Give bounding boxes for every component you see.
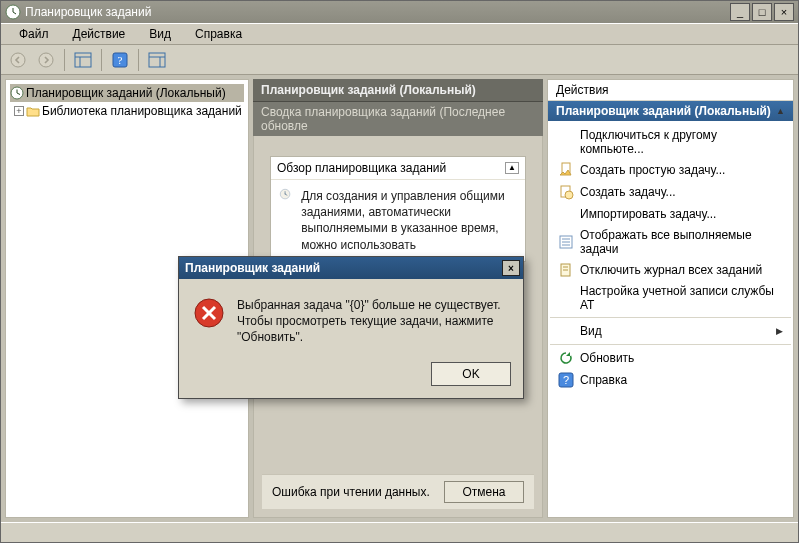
window-title: Планировщик заданий <box>25 5 728 19</box>
wizard-icon <box>558 162 574 178</box>
action-disable-log[interactable]: Отключить журнал всех заданий <box>550 259 791 281</box>
log-icon <box>558 262 574 278</box>
dialog-ok-button[interactable]: OK <box>431 362 511 386</box>
expand-icon[interactable]: + <box>14 106 24 116</box>
action-connect[interactable]: Подключиться к другому компьюте... <box>550 125 791 159</box>
action-help[interactable]: ? Справка <box>550 369 791 391</box>
menu-action[interactable]: Действие <box>61 25 138 43</box>
action-at-account[interactable]: Настройка учетной записи службы AT <box>550 281 791 315</box>
actions-pane: Действия Планировщик заданий (Локальный)… <box>547 79 794 518</box>
toolbar: ? <box>1 45 798 75</box>
app-clock-icon <box>5 4 21 20</box>
summary-title: Обзор планировщика заданий <box>277 161 446 175</box>
menu-file[interactable]: Файл <box>7 25 61 43</box>
view-icon <box>558 323 574 339</box>
titlebar[interactable]: Планировщик заданий _ □ × <box>1 1 798 23</box>
computer-icon <box>558 134 574 150</box>
import-icon <box>558 206 574 222</box>
error-icon <box>193 297 225 329</box>
tree-library[interactable]: + Библиотека планировщика заданий <box>10 102 244 120</box>
minimize-button[interactable]: _ <box>730 3 750 21</box>
action-refresh[interactable]: Обновить <box>550 347 791 369</box>
actions-panel-label: Действия <box>548 80 793 101</box>
close-button[interactable]: × <box>774 3 794 21</box>
summary-text: Для создания и управления общими задания… <box>301 188 517 253</box>
action-import[interactable]: Импортировать задачу... <box>550 203 791 225</box>
center-header: Планировщик заданий (Локальный) <box>253 79 543 101</box>
help-icon: ? <box>558 372 574 388</box>
chevron-up-icon[interactable]: ▲ <box>776 106 785 116</box>
collapse-button[interactable]: ▲ <box>505 162 519 174</box>
svg-rect-10 <box>149 53 165 67</box>
svg-point-22 <box>565 191 573 199</box>
menu-view[interactable]: Вид <box>137 25 183 43</box>
toolbar-layout-icon[interactable] <box>144 48 170 72</box>
back-button[interactable] <box>5 48 31 72</box>
task-icon <box>558 184 574 200</box>
menu-help[interactable]: Справка <box>183 25 254 43</box>
account-icon <box>558 290 574 306</box>
center-subheader: Сводка планировщика заданий (Последнее о… <box>253 101 543 136</box>
refresh-icon <box>558 350 574 366</box>
svg-point-4 <box>39 53 53 67</box>
svg-text:?: ? <box>563 374 569 386</box>
list-icon <box>558 234 574 250</box>
tree-root-label: Планировщик заданий (Локальный) <box>26 86 226 100</box>
folder-icon <box>26 104 40 118</box>
cancel-button[interactable]: Отмена <box>444 481 524 503</box>
toolbar-help-icon[interactable]: ? <box>107 48 133 72</box>
forward-button[interactable] <box>33 48 59 72</box>
dialog-message: Выбранная задача "{0}" больше не существ… <box>237 297 509 346</box>
dialog-close-button[interactable]: × <box>502 260 520 276</box>
svg-point-19 <box>285 194 286 195</box>
action-view[interactable]: Вид ▶ <box>550 320 791 342</box>
menu-bar: Файл Действие Вид Справка <box>1 23 798 45</box>
action-show-running[interactable]: Отображать все выполняемые задачи <box>550 225 791 259</box>
clock-icon <box>10 86 24 100</box>
summary-box: Обзор планировщика заданий ▲ Для создани… <box>270 156 526 262</box>
maximize-button[interactable]: □ <box>752 3 772 21</box>
toolbar-panel-icon[interactable] <box>70 48 96 72</box>
action-create[interactable]: Создать задачу... <box>550 181 791 203</box>
clock-large-icon <box>279 188 291 226</box>
footer-error-text: Ошибка при чтении данных. <box>272 485 430 499</box>
tree-root[interactable]: Планировщик заданий (Локальный) <box>10 84 244 102</box>
chevron-right-icon: ▶ <box>776 326 783 336</box>
tree-library-label: Библиотека планировщика заданий <box>42 104 242 118</box>
status-bar <box>1 522 798 542</box>
svg-text:?: ? <box>118 54 123 66</box>
action-create-basic[interactable]: Создать простую задачу... <box>550 159 791 181</box>
actions-panel-title: Планировщик заданий (Локальный) ▲ <box>548 101 793 121</box>
dialog-titlebar[interactable]: Планировщик заданий × <box>179 257 523 279</box>
svg-rect-5 <box>75 53 91 67</box>
center-footer: Ошибка при чтении данных. Отмена <box>262 474 534 509</box>
error-dialog: Планировщик заданий × Выбранная задача "… <box>178 256 524 399</box>
dialog-title-text: Планировщик заданий <box>185 261 320 275</box>
svg-point-3 <box>11 53 25 67</box>
